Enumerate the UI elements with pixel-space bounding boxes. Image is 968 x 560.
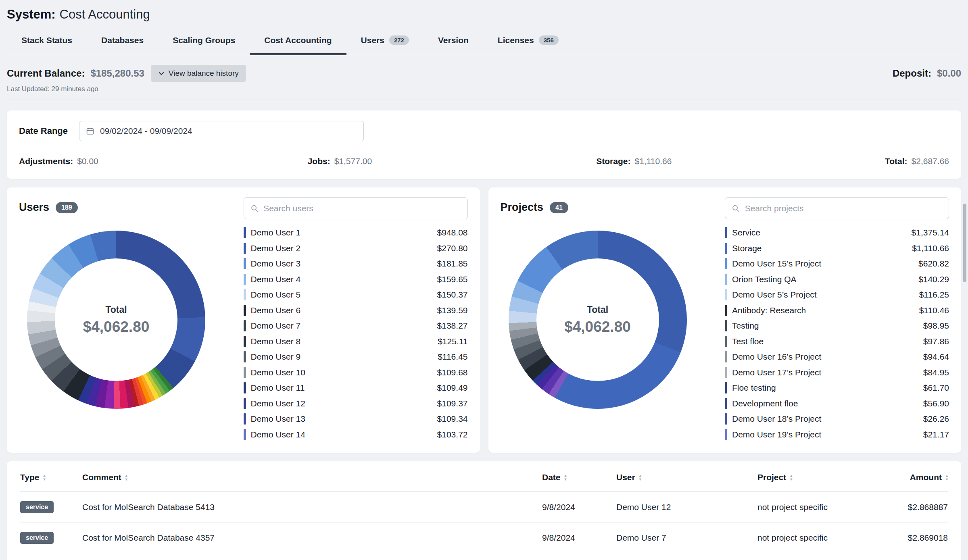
series-color-bar — [244, 382, 246, 393]
users-donut-chart[interactable]: Total $4,062.80 — [27, 231, 205, 409]
sort-icon: ▴▾ — [946, 474, 948, 481]
column-header-project[interactable]: Project ▴▾ — [757, 473, 865, 482]
deposit-amount: $0.00 — [937, 68, 961, 79]
list-item[interactable]: Demo User 8 $125.11 — [244, 334, 468, 350]
list-item[interactable]: Demo User 1 $948.08 — [244, 225, 468, 241]
storage-value: $1,110.66 — [634, 156, 672, 166]
list-item[interactable]: Demo User 5’s Project $116.25 — [725, 287, 949, 303]
item-name: Demo User 12 — [251, 399, 432, 408]
list-item[interactable]: Demo User 14 $103.72 — [244, 427, 468, 443]
tab-label: Users — [361, 35, 384, 45]
item-name: Development floe — [732, 399, 918, 408]
column-label: Type — [20, 473, 39, 482]
item-amount: $110.46 — [919, 306, 949, 315]
item-name: Service — [732, 228, 907, 237]
item-amount: $948.08 — [437, 228, 468, 237]
list-item[interactable]: Demo User 6 $139.59 — [244, 303, 468, 319]
current-balance-amount: $185,280.53 — [90, 68, 144, 79]
list-item[interactable]: Demo User 2 $270.80 — [244, 241, 468, 256]
series-color-bar — [244, 351, 246, 362]
list-item[interactable]: Demo User 4 $159.65 — [244, 272, 468, 287]
list-item[interactable]: Demo User 15’s Project $620.82 — [725, 256, 949, 272]
tab-stack-status[interactable]: Stack Status — [7, 33, 87, 55]
tab-databases[interactable]: Databases — [87, 33, 158, 55]
row-date: 9/8/2024 — [542, 502, 616, 512]
list-item[interactable]: Test floe $97.86 — [725, 334, 949, 350]
projects-search[interactable] — [725, 197, 949, 219]
series-color-bar — [244, 320, 246, 331]
list-item[interactable]: Demo User 13 $109.34 — [244, 411, 468, 427]
list-item[interactable]: Demo User 19’s Project $21.17 — [725, 427, 949, 443]
table-row[interactable]: service Cost for MolSearch Database 4357… — [20, 523, 948, 553]
page-scrollbar[interactable] — [963, 204, 966, 282]
list-item[interactable]: Demo User 18’s Project $26.26 — [725, 411, 949, 427]
list-item[interactable]: Demo User 17’s Project $84.95 — [725, 365, 949, 381]
table-row[interactable]: service Cost for MolSearch Database 5679… — [20, 553, 948, 560]
item-name: Demo User 10 — [251, 368, 432, 377]
list-item[interactable]: Storage $1,110.66 — [725, 241, 949, 256]
tab-users[interactable]: Users272 — [346, 33, 424, 55]
list-item[interactable]: Demo User 3 $181.85 — [244, 256, 468, 272]
users-search-input[interactable] — [263, 204, 461, 213]
list-item[interactable]: Demo User 12 $109.37 — [244, 396, 468, 412]
view-balance-history-button[interactable]: View balance history — [151, 65, 246, 82]
item-amount: $181.85 — [437, 259, 468, 269]
users-total-value: $4,062.80 — [83, 319, 150, 335]
last-updated-text: Last Updated: 29 minutes ago — [7, 85, 961, 93]
tab-count-badge: 272 — [389, 35, 409, 45]
list-item[interactable]: Demo User 9 $116.45 — [244, 349, 468, 365]
column-header-date[interactable]: Date ▴▾ — [542, 473, 616, 482]
item-amount: $125.11 — [438, 337, 467, 346]
type-badge: service — [20, 532, 54, 544]
item-amount: $109.49 — [437, 383, 468, 393]
list-item[interactable]: Demo User 11 $109.49 — [244, 380, 468, 396]
page-title-prefix: System: — [7, 7, 56, 21]
summary-storage: Storage:$1,110.66 — [596, 156, 885, 166]
tab-version[interactable]: Version — [424, 33, 483, 55]
list-item[interactable]: Demo User 5 $150.37 — [244, 287, 468, 303]
projects-donut-center: Total $4,062.80 — [536, 258, 659, 381]
item-amount: $1,375.14 — [912, 228, 949, 237]
tab-label: Version — [438, 35, 469, 45]
series-color-bar — [244, 429, 246, 440]
list-item[interactable]: Antibody: Research $110.46 — [725, 303, 949, 319]
projects-list: Service $1,375.14 Storage $1,110.66 Demo… — [725, 225, 949, 442]
item-amount: $116.25 — [919, 290, 949, 300]
date-range-input[interactable] — [79, 121, 364, 141]
tab-scaling-groups[interactable]: Scaling Groups — [158, 33, 250, 55]
tab-label: Scaling Groups — [173, 35, 235, 45]
series-color-bar — [725, 367, 727, 378]
list-item[interactable]: Floe testing $61.70 — [725, 380, 949, 396]
list-item[interactable]: Testing $98.95 — [725, 318, 949, 334]
series-color-bar — [725, 382, 727, 393]
list-item[interactable]: Development floe $56.90 — [725, 396, 949, 412]
list-item[interactable]: Demo User 10 $109.68 — [244, 365, 468, 381]
item-name: Demo User 4 — [251, 275, 432, 284]
projects-donut-chart[interactable]: Total $4,062.80 — [509, 231, 687, 409]
current-balance-label: Current Balance: — [7, 68, 85, 79]
item-amount: $109.68 — [437, 368, 468, 377]
column-header-comment[interactable]: Comment ▴▾ — [82, 473, 542, 482]
projects-total-label: Total — [587, 304, 608, 315]
list-item[interactable]: Demo User 7 $138.27 — [244, 318, 468, 334]
tab-cost-accounting[interactable]: Cost Accounting — [250, 33, 346, 55]
item-name: Test floe — [732, 337, 918, 346]
column-header-user[interactable]: User ▴▾ — [616, 473, 757, 482]
table-row[interactable]: service Cost for MolSearch Database 5413… — [20, 492, 948, 523]
sort-icon: ▴▾ — [790, 474, 792, 481]
list-item[interactable]: Demo User 16’s Project $94.64 — [725, 349, 949, 365]
column-header-amount[interactable]: Amount ▴▾ — [865, 473, 948, 482]
series-color-bar — [725, 227, 727, 238]
column-header-type[interactable]: Type ▴▾ — [20, 473, 82, 482]
projects-search-input[interactable] — [745, 204, 942, 213]
tab-licenses[interactable]: Licenses356 — [483, 33, 573, 55]
item-amount: $1,110.66 — [912, 244, 949, 253]
list-item[interactable]: Service $1,375.14 — [725, 225, 949, 241]
series-color-bar — [244, 258, 246, 269]
series-color-bar — [725, 305, 727, 316]
users-search[interactable] — [244, 197, 468, 219]
list-item[interactable]: Orion Testing QA $140.29 — [725, 272, 949, 287]
item-amount: $139.59 — [437, 306, 468, 315]
item-amount: $94.64 — [923, 352, 949, 362]
date-range-value[interactable] — [100, 126, 357, 136]
